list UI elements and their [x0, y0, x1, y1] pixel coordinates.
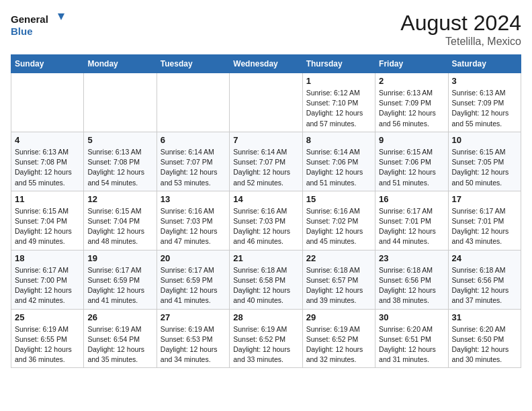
- svg-text:General: General: [11, 13, 48, 25]
- day-number: 28: [233, 312, 298, 322]
- cell-inner: 10Sunrise: 6:15 AM Sunset: 7:05 PM Dayli…: [452, 135, 517, 188]
- day-number: 26: [87, 312, 152, 322]
- cell-inner: 4Sunrise: 6:13 AM Sunset: 7:08 PM Daylig…: [15, 135, 80, 188]
- cell-info: Sunrise: 6:12 AM Sunset: 7:10 PM Dayligh…: [306, 88, 371, 129]
- day-number: 1: [306, 76, 371, 86]
- location: Tetelilla, Mexico: [400, 36, 521, 48]
- calendar-cell: 20Sunrise: 6:17 AM Sunset: 6:59 PM Dayli…: [157, 250, 229, 309]
- calendar-cell: 13Sunrise: 6:16 AM Sunset: 7:03 PM Dayli…: [157, 191, 229, 250]
- cell-inner: 8Sunrise: 6:14 AM Sunset: 7:06 PM Daylig…: [306, 135, 371, 188]
- calendar-cell: 10Sunrise: 6:15 AM Sunset: 7:05 PM Dayli…: [448, 132, 521, 191]
- day-number: 7: [233, 135, 298, 145]
- day-number: 17: [452, 194, 517, 204]
- day-number: 31: [452, 312, 517, 322]
- cell-info: Sunrise: 6:15 AM Sunset: 7:06 PM Dayligh…: [379, 147, 444, 188]
- day-number: 5: [87, 135, 152, 145]
- day-number: 4: [15, 135, 80, 145]
- day-number: 29: [306, 312, 371, 322]
- calendar-cell: 18Sunrise: 6:17 AM Sunset: 7:00 PM Dayli…: [11, 250, 84, 309]
- cell-info: Sunrise: 6:20 AM Sunset: 6:50 PM Dayligh…: [452, 324, 517, 365]
- calendar-cell: 4Sunrise: 6:13 AM Sunset: 7:08 PM Daylig…: [11, 132, 84, 191]
- title-block: August 2024 Tetelilla, Mexico: [400, 11, 521, 48]
- cell-info: Sunrise: 6:19 AM Sunset: 6:52 PM Dayligh…: [306, 324, 371, 365]
- calendar-cell: 30Sunrise: 6:20 AM Sunset: 6:51 PM Dayli…: [375, 309, 448, 368]
- header-monday: Monday: [84, 55, 157, 73]
- cell-info: Sunrise: 6:13 AM Sunset: 7:08 PM Dayligh…: [15, 147, 80, 188]
- week-row-1: 1Sunrise: 6:12 AM Sunset: 7:10 PM Daylig…: [11, 73, 521, 132]
- day-number: 20: [161, 253, 226, 263]
- cell-inner: 28Sunrise: 6:19 AM Sunset: 6:52 PM Dayli…: [233, 312, 298, 365]
- day-number: 15: [306, 194, 371, 204]
- calendar-cell: 14Sunrise: 6:16 AM Sunset: 7:03 PM Dayli…: [230, 191, 302, 250]
- day-number: 8: [306, 135, 371, 145]
- cell-inner: 11Sunrise: 6:15 AM Sunset: 7:04 PM Dayli…: [15, 194, 80, 247]
- cell-inner: 15Sunrise: 6:16 AM Sunset: 7:02 PM Dayli…: [306, 194, 371, 247]
- cell-info: Sunrise: 6:16 AM Sunset: 7:03 PM Dayligh…: [161, 206, 226, 247]
- cell-inner: 19Sunrise: 6:17 AM Sunset: 6:59 PM Dayli…: [87, 253, 152, 306]
- cell-inner: 14Sunrise: 6:16 AM Sunset: 7:03 PM Dayli…: [233, 194, 298, 247]
- calendar-cell: [84, 73, 157, 132]
- cell-inner: 25Sunrise: 6:19 AM Sunset: 6:55 PM Dayli…: [15, 312, 80, 365]
- week-row-2: 4Sunrise: 6:13 AM Sunset: 7:08 PM Daylig…: [11, 132, 521, 191]
- day-number: 2: [379, 76, 444, 86]
- page-header: General Blue August 2024 Tetelilla, Mexi…: [11, 11, 521, 48]
- calendar-cell: 17Sunrise: 6:17 AM Sunset: 7:01 PM Dayli…: [448, 191, 521, 250]
- calendar-cell: 24Sunrise: 6:18 AM Sunset: 6:56 PM Dayli…: [448, 250, 521, 309]
- cell-inner: 2Sunrise: 6:13 AM Sunset: 7:09 PM Daylig…: [379, 76, 444, 129]
- header-friday: Friday: [375, 55, 448, 73]
- cell-info: Sunrise: 6:19 AM Sunset: 6:54 PM Dayligh…: [87, 324, 152, 365]
- calendar-cell: 12Sunrise: 6:15 AM Sunset: 7:04 PM Dayli…: [84, 191, 157, 250]
- day-number: 24: [452, 253, 517, 263]
- cell-inner: 9Sunrise: 6:15 AM Sunset: 7:06 PM Daylig…: [379, 135, 444, 188]
- cell-info: Sunrise: 6:19 AM Sunset: 6:55 PM Dayligh…: [15, 324, 80, 365]
- cell-inner: 24Sunrise: 6:18 AM Sunset: 6:56 PM Dayli…: [452, 253, 517, 306]
- cell-info: Sunrise: 6:14 AM Sunset: 7:06 PM Dayligh…: [306, 147, 371, 188]
- day-number: 27: [161, 312, 226, 322]
- cell-inner: 23Sunrise: 6:18 AM Sunset: 6:56 PM Dayli…: [379, 253, 444, 306]
- day-number: 16: [379, 194, 444, 204]
- cell-inner: 16Sunrise: 6:17 AM Sunset: 7:01 PM Dayli…: [379, 194, 444, 247]
- logo: General Blue: [11, 11, 64, 38]
- week-row-3: 11Sunrise: 6:15 AM Sunset: 7:04 PM Dayli…: [11, 191, 521, 250]
- day-number: 9: [379, 135, 444, 145]
- day-number: 30: [379, 312, 444, 322]
- cell-inner: 3Sunrise: 6:13 AM Sunset: 7:09 PM Daylig…: [452, 76, 517, 129]
- calendar-cell: 23Sunrise: 6:18 AM Sunset: 6:56 PM Dayli…: [375, 250, 448, 309]
- day-number: 6: [161, 135, 226, 145]
- day-number: 10: [452, 135, 517, 145]
- day-number: 18: [15, 253, 80, 263]
- calendar-cell: 2Sunrise: 6:13 AM Sunset: 7:09 PM Daylig…: [375, 73, 448, 132]
- calendar-cell: 7Sunrise: 6:14 AM Sunset: 7:07 PM Daylig…: [230, 132, 302, 191]
- cell-inner: 13Sunrise: 6:16 AM Sunset: 7:03 PM Dayli…: [161, 194, 226, 247]
- cell-info: Sunrise: 6:13 AM Sunset: 7:09 PM Dayligh…: [452, 88, 517, 129]
- header-tuesday: Tuesday: [157, 55, 229, 73]
- svg-marker-2: [58, 13, 64, 20]
- calendar-cell: [157, 73, 229, 132]
- calendar-cell: 25Sunrise: 6:19 AM Sunset: 6:55 PM Dayli…: [11, 309, 84, 368]
- calendar-cell: 26Sunrise: 6:19 AM Sunset: 6:54 PM Dayli…: [84, 309, 157, 368]
- cell-info: Sunrise: 6:14 AM Sunset: 7:07 PM Dayligh…: [233, 147, 298, 188]
- cell-info: Sunrise: 6:14 AM Sunset: 7:07 PM Dayligh…: [161, 147, 226, 188]
- cell-info: Sunrise: 6:17 AM Sunset: 7:01 PM Dayligh…: [379, 206, 444, 247]
- cell-info: Sunrise: 6:17 AM Sunset: 6:59 PM Dayligh…: [161, 265, 226, 306]
- cell-inner: 31Sunrise: 6:20 AM Sunset: 6:50 PM Dayli…: [452, 312, 517, 365]
- header-wednesday: Wednesday: [230, 55, 302, 73]
- cell-inner: 21Sunrise: 6:18 AM Sunset: 6:58 PM Dayli…: [233, 253, 298, 306]
- cell-info: Sunrise: 6:17 AM Sunset: 6:59 PM Dayligh…: [87, 265, 152, 306]
- day-number: 23: [379, 253, 444, 263]
- cell-inner: 29Sunrise: 6:19 AM Sunset: 6:52 PM Dayli…: [306, 312, 371, 365]
- day-number: 13: [161, 194, 226, 204]
- cell-inner: 20Sunrise: 6:17 AM Sunset: 6:59 PM Dayli…: [161, 253, 226, 306]
- cell-info: Sunrise: 6:20 AM Sunset: 6:51 PM Dayligh…: [379, 324, 444, 365]
- calendar-cell: 6Sunrise: 6:14 AM Sunset: 7:07 PM Daylig…: [157, 132, 229, 191]
- calendar-cell: [11, 73, 84, 132]
- logo-svg: General Blue: [11, 11, 64, 38]
- calendar-cell: 15Sunrise: 6:16 AM Sunset: 7:02 PM Dayli…: [302, 191, 375, 250]
- cell-info: Sunrise: 6:17 AM Sunset: 7:00 PM Dayligh…: [15, 265, 80, 306]
- cell-info: Sunrise: 6:19 AM Sunset: 6:52 PM Dayligh…: [233, 324, 298, 365]
- calendar-cell: 16Sunrise: 6:17 AM Sunset: 7:01 PM Dayli…: [375, 191, 448, 250]
- calendar-cell: 1Sunrise: 6:12 AM Sunset: 7:10 PM Daylig…: [302, 73, 375, 132]
- calendar-cell: 3Sunrise: 6:13 AM Sunset: 7:09 PM Daylig…: [448, 73, 521, 132]
- day-number: 11: [15, 194, 80, 204]
- calendar-cell: 11Sunrise: 6:15 AM Sunset: 7:04 PM Dayli…: [11, 191, 84, 250]
